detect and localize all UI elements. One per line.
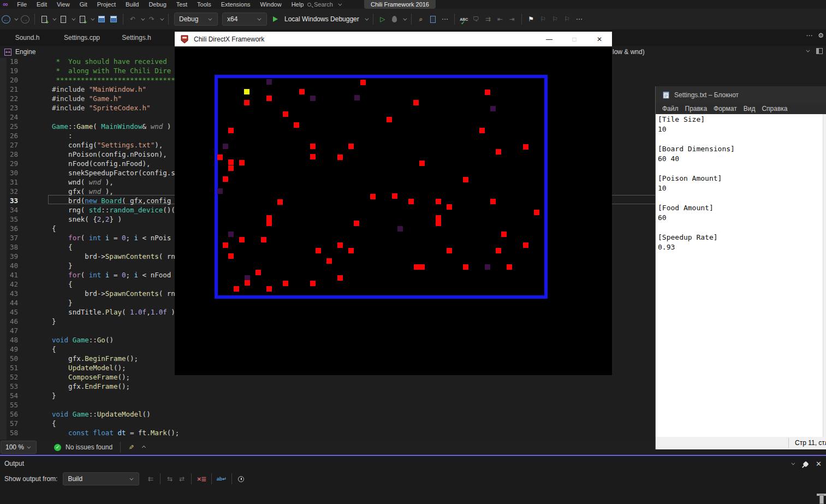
indent-lines-icon[interactable]: ⇉ bbox=[484, 13, 492, 25]
tab-list-overflow-icon[interactable]: ⋯ bbox=[806, 32, 812, 39]
notepad-title-bar[interactable]: Settings.txt – Блокнот bbox=[656, 86, 826, 103]
code-token: wnd bbox=[89, 178, 102, 186]
menu-item-view[interactable]: View bbox=[52, 1, 75, 8]
close-button[interactable]: ✕ bbox=[587, 35, 612, 43]
start-debugging-play-icon[interactable] bbox=[273, 16, 278, 22]
code-token: (); bbox=[126, 354, 138, 363]
notepad-menu-справка[interactable]: Справка bbox=[762, 105, 787, 112]
caret-up-icon[interactable] bbox=[142, 445, 146, 449]
back-dropdown-chevron-icon[interactable] bbox=[14, 16, 18, 20]
notepad-menu-вид[interactable]: Вид bbox=[744, 105, 756, 112]
split-editor-icon[interactable] bbox=[816, 48, 823, 54]
undo-icon[interactable]: ↶ bbox=[128, 13, 137, 25]
toolbar-overflow-icon[interactable]: ⋯ bbox=[575, 13, 584, 25]
chili-shield-icon bbox=[180, 35, 189, 44]
toggle-comment-icon[interactable]: 🗨︎ bbox=[472, 13, 480, 25]
tab-settings-h[interactable]: Settings.h bbox=[109, 29, 164, 46]
open-file-icon[interactable] bbox=[61, 16, 66, 23]
next-bookmark-icon[interactable]: ⚐ bbox=[551, 13, 560, 25]
line-number: 35 bbox=[0, 215, 18, 224]
output-panel-title[interactable]: Output bbox=[4, 460, 24, 467]
notepad-line bbox=[656, 164, 826, 174]
menu-item-edit[interactable]: Edit bbox=[32, 1, 52, 8]
minimize-button[interactable]: — bbox=[537, 35, 562, 43]
menu-item-tools[interactable]: Tools bbox=[192, 1, 216, 8]
menu-item-window[interactable]: Window bbox=[255, 1, 287, 8]
notepad-scrollbar[interactable] bbox=[823, 114, 826, 437]
increase-indent-icon[interactable]: ⇥ bbox=[508, 13, 516, 25]
issues-status-text[interactable]: No issues found bbox=[66, 443, 112, 451]
next-message-icon[interactable]: ⇄ bbox=[177, 473, 186, 485]
timestamp-clock-icon[interactable] bbox=[238, 476, 244, 482]
redo-icon[interactable]: ↷ bbox=[147, 13, 156, 25]
add-item-icon[interactable] bbox=[80, 16, 85, 23]
code-text: { bbox=[52, 345, 56, 354]
navigate-forward-button[interactable]: → bbox=[21, 15, 29, 23]
notepad-menu-файл[interactable]: Файл bbox=[662, 105, 679, 112]
new-file-chevron-icon[interactable] bbox=[52, 16, 56, 20]
previous-message-icon[interactable]: ⇆ bbox=[165, 473, 174, 485]
code-token: ) bbox=[163, 122, 171, 131]
member-dropdown-text[interactable]: low & wnd) bbox=[613, 48, 645, 56]
member-dropdown-chevron-icon[interactable] bbox=[806, 49, 810, 52]
profiler-chevron-icon[interactable] bbox=[403, 16, 407, 20]
line-number: 32 bbox=[0, 187, 18, 196]
menu-item-file[interactable]: File bbox=[12, 1, 32, 8]
close-panel-icon[interactable]: ✕ bbox=[816, 460, 822, 468]
menu-item-project[interactable]: Project bbox=[92, 1, 121, 8]
save-all-icon[interactable] bbox=[110, 16, 117, 22]
open-file-chevron-icon[interactable] bbox=[72, 16, 75, 20]
clear-bookmarks-icon[interactable]: ⚐ bbox=[563, 13, 572, 25]
previous-bookmark-icon[interactable]: ⚐ bbox=[539, 13, 548, 25]
output-source-dropdown[interactable]: Build bbox=[63, 472, 139, 485]
pin-icon[interactable] bbox=[803, 461, 809, 467]
word-wrap-icon[interactable]: ab↵ bbox=[217, 476, 227, 482]
solution-platform-dropdown[interactable]: x64 bbox=[222, 13, 267, 26]
decrease-indent-icon[interactable]: ⇤ bbox=[496, 13, 504, 25]
search-box[interactable]: Search bbox=[307, 0, 343, 9]
find-in-files-icon[interactable]: ⌕ bbox=[417, 13, 425, 25]
notepad-menu-формат[interactable]: Формат bbox=[714, 105, 737, 112]
start-without-debugging-icon[interactable]: ▷ bbox=[378, 13, 387, 25]
undo-chevron-icon[interactable] bbox=[141, 16, 145, 20]
zoom-level-dropdown[interactable]: 100 % bbox=[1, 441, 37, 454]
settings-gear-icon[interactable]: ⚙ bbox=[818, 32, 824, 39]
toolbar-overflow-icon[interactable]: ⋯ bbox=[441, 13, 449, 25]
panel-chevron-down-icon[interactable] bbox=[791, 461, 795, 465]
game-window-title-bar[interactable]: Chili DirectX Framework — □ ✕ bbox=[175, 32, 612, 46]
solution-name[interactable]: Chili Framework 2016 bbox=[364, 0, 436, 9]
food-square bbox=[316, 248, 321, 253]
code-cleanup-broom-icon[interactable]: ✎ bbox=[127, 444, 135, 450]
tab-sound-h[interactable]: Sound.h bbox=[0, 29, 55, 46]
spell-checker-icon[interactable]: ABC bbox=[460, 17, 468, 21]
start-debugging-button[interactable]: Local Windows Debugger bbox=[284, 15, 359, 23]
menu-item-debug[interactable]: Debug bbox=[144, 1, 171, 8]
save-icon[interactable] bbox=[98, 16, 105, 22]
menu-item-build[interactable]: Build bbox=[121, 1, 144, 8]
menu-item-help[interactable]: Help bbox=[287, 1, 309, 8]
code-token: ComposeFrame bbox=[68, 373, 117, 381]
notepad-text-area[interactable]: [Tile Size]10[Board Dimensions]60 40[Poi… bbox=[656, 114, 826, 437]
toggle-bookmark-icon[interactable]: ⚑ bbox=[527, 13, 536, 25]
redo-chevron-icon[interactable] bbox=[160, 16, 164, 20]
menu-item-test[interactable]: Test bbox=[171, 1, 192, 8]
performance-profiler-icon[interactable] bbox=[392, 16, 397, 22]
poison-square bbox=[266, 79, 272, 85]
sync-with-active-document-icon[interactable] bbox=[430, 16, 436, 23]
clear-all-output-icon[interactable]: ✕☰ bbox=[197, 476, 206, 482]
tab-settings-cpp[interactable]: Settings.cpp bbox=[55, 29, 109, 46]
notepad-menu-правка[interactable]: Правка bbox=[685, 105, 708, 112]
add-item-chevron-icon[interactable] bbox=[91, 16, 94, 20]
new-file-icon[interactable] bbox=[41, 16, 47, 23]
maximize-button[interactable]: □ bbox=[562, 35, 587, 43]
find-message-in-code-icon[interactable]: ⇇ bbox=[146, 473, 155, 485]
line-number: 44 bbox=[0, 298, 18, 307]
solution-configuration-dropdown[interactable]: Debug bbox=[174, 13, 218, 26]
navigate-back-button[interactable]: ← bbox=[2, 15, 10, 23]
debug-target-chevron-icon[interactable] bbox=[365, 16, 369, 20]
project-dropdown[interactable]: Engine bbox=[15, 48, 35, 56]
code-token bbox=[68, 410, 73, 418]
menu-item-extensions[interactable]: Extensions bbox=[216, 1, 255, 8]
menu-item-git[interactable]: Git bbox=[75, 1, 92, 8]
code-text: } bbox=[52, 261, 73, 270]
